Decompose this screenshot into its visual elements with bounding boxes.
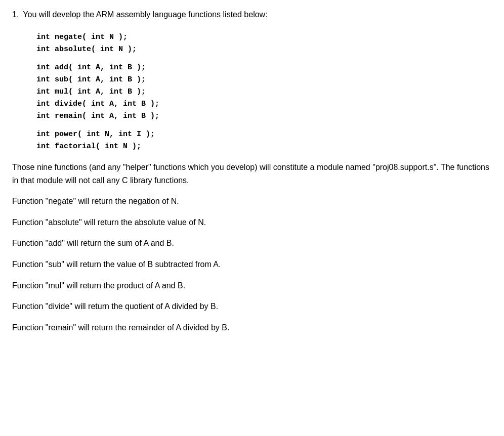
mul-description: Function "mul" will return the product o… [12,279,492,292]
code-group-1: int negate( int N ); int absolute( int N… [36,31,492,56]
code-line-absolute: int absolute( int N ); [36,43,492,56]
code-block: int negate( int N ); int absolute( int N… [36,31,492,153]
code-line-negate: int negate( int N ); [36,31,492,43]
code-line-factorial: int factorial( int N ); [36,141,492,153]
intro-section: 1. You will develop the ARM assembly lan… [12,10,492,153]
numbered-item-1: 1. You will develop the ARM assembly lan… [12,10,492,27]
code-line-remain: int remain( int A, int B ); [36,110,492,122]
add-description: Function "add" will return the sum of A … [12,237,492,250]
code-group-3: int power( int N, int I ); int factorial… [36,128,492,153]
code-group-2: int add( int A, int B ); int sub( int A,… [36,62,492,122]
description-block: Those nine functions (and any "helper" f… [12,161,492,334]
intro-text: You will develop the ARM assembly langua… [23,10,267,19]
code-line-divide: int divide( int A, int B ); [36,98,492,110]
remain-description: Function "remain" will return the remain… [12,321,492,334]
code-line-mul: int mul( int A, int B ); [36,86,492,98]
module-description: Those nine functions (and any "helper" f… [12,161,492,187]
sub-description: Function "sub" will return the value of … [12,258,492,271]
code-line-add: int add( int A, int B ); [36,62,492,74]
divide-description: Function "divide" will return the quotie… [12,300,492,313]
item-number: 1. [12,10,19,27]
negate-description: Function "negate" will return the negati… [12,195,492,208]
code-line-sub: int sub( int A, int B ); [36,74,492,86]
absolute-description: Function "absolute" will return the abso… [12,216,492,229]
code-line-power: int power( int N, int I ); [36,128,492,141]
